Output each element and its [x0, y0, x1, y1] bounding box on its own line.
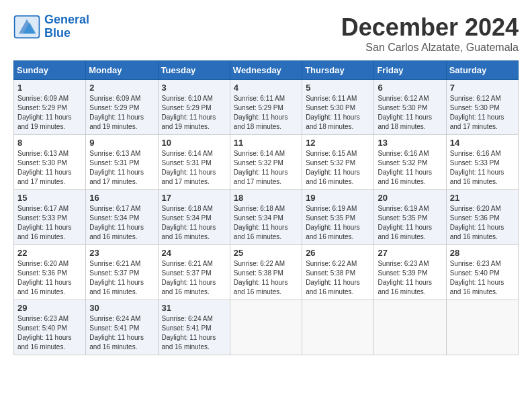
- calendar-cell: 18Sunrise: 6:18 AMSunset: 5:34 PMDayligh…: [230, 190, 302, 245]
- day-number: 7: [450, 83, 515, 93]
- calendar-cell: 24Sunrise: 6:21 AMSunset: 5:37 PMDayligh…: [158, 245, 230, 300]
- day-info: Sunrise: 6:16 AMSunset: 5:32 PMDaylight:…: [378, 149, 442, 187]
- day-number: 18: [234, 193, 298, 203]
- day-info: Sunrise: 6:17 AMSunset: 5:33 PMDaylight:…: [17, 204, 82, 242]
- calendar-cell: 28Sunrise: 6:23 AMSunset: 5:40 PMDayligh…: [446, 245, 518, 300]
- header-row: Sunday Monday Tuesday Wednesday Thursday…: [14, 61, 519, 80]
- day-number: 14: [450, 138, 515, 148]
- calendar-week-4: 22Sunrise: 6:20 AMSunset: 5:36 PMDayligh…: [14, 245, 519, 300]
- day-info: Sunrise: 6:21 AMSunset: 5:37 PMDaylight:…: [162, 259, 226, 297]
- day-info: Sunrise: 6:20 AMSunset: 5:36 PMDaylight:…: [450, 204, 515, 242]
- day-info: Sunrise: 6:14 AMSunset: 5:32 PMDaylight:…: [234, 149, 298, 187]
- day-number: 22: [17, 248, 82, 258]
- calendar-cell: [374, 300, 446, 355]
- day-info: Sunrise: 6:14 AMSunset: 5:31 PMDaylight:…: [162, 149, 226, 187]
- col-tuesday: Tuesday: [158, 61, 230, 80]
- day-info: Sunrise: 6:23 AMSunset: 5:40 PMDaylight:…: [450, 259, 515, 297]
- day-info: Sunrise: 6:19 AMSunset: 5:35 PMDaylight:…: [306, 204, 370, 242]
- calendar-cell: 5Sunrise: 6:11 AMSunset: 5:30 PMDaylight…: [302, 80, 374, 135]
- day-info: Sunrise: 6:09 AMSunset: 5:29 PMDaylight:…: [17, 94, 82, 132]
- day-info: Sunrise: 6:11 AMSunset: 5:30 PMDaylight:…: [306, 94, 370, 132]
- day-info: Sunrise: 6:09 AMSunset: 5:29 PMDaylight:…: [89, 94, 154, 132]
- calendar-cell: 21Sunrise: 6:20 AMSunset: 5:36 PMDayligh…: [446, 190, 518, 245]
- day-number: 29: [17, 303, 82, 313]
- day-info: Sunrise: 6:24 AMSunset: 5:41 PMDaylight:…: [89, 314, 154, 352]
- calendar-week-3: 15Sunrise: 6:17 AMSunset: 5:33 PMDayligh…: [14, 190, 519, 245]
- calendar-cell: [302, 300, 374, 355]
- title-block: December 2024 San Carlos Alzatate, Guate…: [341, 13, 519, 54]
- calendar-cell: 30Sunrise: 6:24 AMSunset: 5:41 PMDayligh…: [86, 300, 158, 355]
- day-number: 12: [306, 138, 370, 148]
- day-info: Sunrise: 6:13 AMSunset: 5:30 PMDaylight:…: [17, 149, 82, 187]
- day-info: Sunrise: 6:11 AMSunset: 5:29 PMDaylight:…: [234, 94, 298, 132]
- day-number: 31: [162, 303, 226, 313]
- calendar-cell: [446, 300, 518, 355]
- logo-text: General Blue: [44, 13, 89, 40]
- calendar-cell: 10Sunrise: 6:14 AMSunset: 5:31 PMDayligh…: [158, 135, 230, 190]
- calendar-cell: 22Sunrise: 6:20 AMSunset: 5:36 PMDayligh…: [14, 245, 86, 300]
- calendar-cell: 13Sunrise: 6:16 AMSunset: 5:32 PMDayligh…: [374, 135, 446, 190]
- calendar-cell: 3Sunrise: 6:10 AMSunset: 5:29 PMDaylight…: [158, 80, 230, 135]
- day-number: 5: [306, 83, 370, 93]
- col-thursday: Thursday: [302, 61, 374, 80]
- col-sunday: Sunday: [14, 61, 86, 80]
- calendar-cell: 1Sunrise: 6:09 AMSunset: 5:29 PMDaylight…: [14, 80, 86, 135]
- day-number: 13: [378, 138, 442, 148]
- day-number: 3: [162, 83, 226, 93]
- col-wednesday: Wednesday: [230, 61, 302, 80]
- calendar-cell: 26Sunrise: 6:22 AMSunset: 5:38 PMDayligh…: [302, 245, 374, 300]
- day-number: 15: [17, 193, 82, 203]
- calendar-cell: 14Sunrise: 6:16 AMSunset: 5:33 PMDayligh…: [446, 135, 518, 190]
- calendar-cell: 7Sunrise: 6:12 AMSunset: 5:30 PMDaylight…: [446, 80, 518, 135]
- calendar-cell: 15Sunrise: 6:17 AMSunset: 5:33 PMDayligh…: [14, 190, 86, 245]
- calendar-cell: 27Sunrise: 6:23 AMSunset: 5:39 PMDayligh…: [374, 245, 446, 300]
- day-info: Sunrise: 6:19 AMSunset: 5:35 PMDaylight:…: [378, 204, 442, 242]
- month-title: December 2024: [341, 13, 519, 42]
- day-number: 21: [450, 193, 515, 203]
- logo-icon: [13, 15, 40, 39]
- calendar-cell: 2Sunrise: 6:09 AMSunset: 5:29 PMDaylight…: [86, 80, 158, 135]
- day-info: Sunrise: 6:16 AMSunset: 5:33 PMDaylight:…: [450, 149, 515, 187]
- calendar-cell: 23Sunrise: 6:21 AMSunset: 5:37 PMDayligh…: [86, 245, 158, 300]
- col-friday: Friday: [374, 61, 446, 80]
- calendar-table: Sunday Monday Tuesday Wednesday Thursday…: [13, 60, 519, 355]
- calendar-cell: 31Sunrise: 6:24 AMSunset: 5:41 PMDayligh…: [158, 300, 230, 355]
- logo-line2: Blue: [44, 26, 71, 40]
- calendar-week-1: 1Sunrise: 6:09 AMSunset: 5:29 PMDaylight…: [14, 80, 519, 135]
- calendar-cell: 29Sunrise: 6:23 AMSunset: 5:40 PMDayligh…: [14, 300, 86, 355]
- day-number: 17: [162, 193, 226, 203]
- day-number: 26: [306, 248, 370, 258]
- calendar-cell: 17Sunrise: 6:18 AMSunset: 5:34 PMDayligh…: [158, 190, 230, 245]
- day-number: 9: [89, 138, 154, 148]
- calendar-cell: 9Sunrise: 6:13 AMSunset: 5:31 PMDaylight…: [86, 135, 158, 190]
- day-number: 2: [89, 83, 154, 93]
- calendar-week-5: 29Sunrise: 6:23 AMSunset: 5:40 PMDayligh…: [14, 300, 519, 355]
- day-info: Sunrise: 6:22 AMSunset: 5:38 PMDaylight:…: [234, 259, 298, 297]
- day-info: Sunrise: 6:18 AMSunset: 5:34 PMDaylight:…: [162, 204, 226, 242]
- day-number: 19: [306, 193, 370, 203]
- day-number: 4: [234, 83, 298, 93]
- day-number: 28: [450, 248, 515, 258]
- day-info: Sunrise: 6:13 AMSunset: 5:31 PMDaylight:…: [89, 149, 154, 187]
- day-info: Sunrise: 6:23 AMSunset: 5:40 PMDaylight:…: [17, 314, 82, 352]
- day-number: 8: [17, 138, 82, 148]
- logo: General Blue: [13, 13, 89, 40]
- day-number: 10: [162, 138, 226, 148]
- calendar-cell: 16Sunrise: 6:17 AMSunset: 5:34 PMDayligh…: [86, 190, 158, 245]
- day-number: 11: [234, 138, 298, 148]
- day-info: Sunrise: 6:15 AMSunset: 5:32 PMDaylight:…: [306, 149, 370, 187]
- day-info: Sunrise: 6:10 AMSunset: 5:29 PMDaylight:…: [162, 94, 226, 132]
- day-number: 6: [378, 83, 442, 93]
- day-number: 27: [378, 248, 442, 258]
- calendar-cell: 8Sunrise: 6:13 AMSunset: 5:30 PMDaylight…: [14, 135, 86, 190]
- calendar-cell: [230, 300, 302, 355]
- day-number: 30: [89, 303, 154, 313]
- page-header: General Blue December 2024 San Carlos Al…: [13, 13, 519, 54]
- calendar-cell: 19Sunrise: 6:19 AMSunset: 5:35 PMDayligh…: [302, 190, 374, 245]
- col-monday: Monday: [86, 61, 158, 80]
- calendar-cell: 6Sunrise: 6:12 AMSunset: 5:30 PMDaylight…: [374, 80, 446, 135]
- calendar-cell: 11Sunrise: 6:14 AMSunset: 5:32 PMDayligh…: [230, 135, 302, 190]
- day-info: Sunrise: 6:12 AMSunset: 5:30 PMDaylight:…: [378, 94, 442, 132]
- logo-line1: General: [44, 13, 89, 26]
- col-saturday: Saturday: [446, 61, 518, 80]
